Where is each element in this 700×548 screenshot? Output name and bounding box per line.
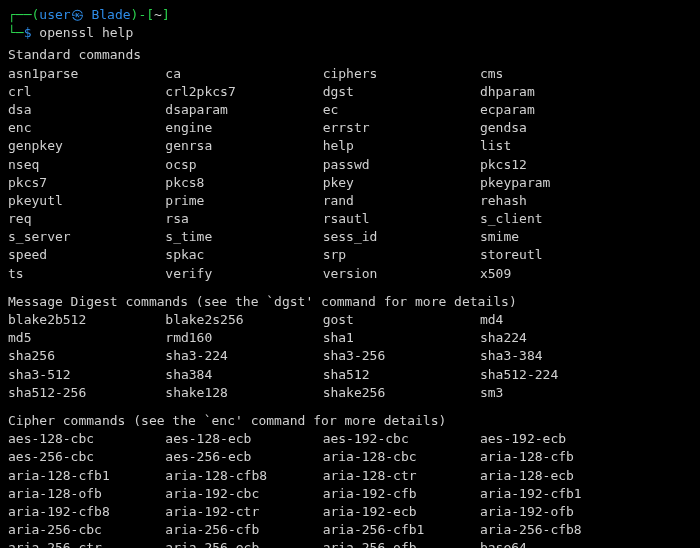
table-row: crlcrl2pkcs7dgstdhparam [8,83,692,101]
standard-cell: s_client [480,210,692,228]
table-row: aria-256-cbcaria-256-cfbaria-256-cfb1ari… [8,521,692,539]
standard-cell: spkac [165,246,322,264]
digest-cell: sha3-224 [165,347,322,365]
standard-cell: dgst [323,83,480,101]
cipher-cell: aria-256-cfb8 [480,521,692,539]
table-row: s_servers_timesess_idsmime [8,228,692,246]
standard-cell: help [323,137,480,155]
digest-cell: sha1 [323,329,480,347]
standard-cell: ca [165,65,322,83]
table-row: genpkeygenrsahelplist [8,137,692,155]
digest-cell: sha512 [323,366,480,384]
cipher-cell: aria-256-cfb1 [323,521,480,539]
cipher-cell: aria-128-cbc [323,448,480,466]
typed-command: openssl help [39,25,133,40]
cipher-cell: aria-256-ctr [8,539,165,548]
table-row: dsadsaparamececparam [8,101,692,119]
standard-cell: engine [165,119,322,137]
cipher-commands-table: aes-128-cbcaes-128-ecbaes-192-cbcaes-192… [8,430,692,548]
standard-cell: ciphers [323,65,480,83]
cipher-cell: aria-128-ofb [8,485,165,503]
table-row: pkcs7pkcs8pkeypkeyparam [8,174,692,192]
standard-cell: genpkey [8,137,165,155]
standard-commands-table: asn1parsecacipherscmscrlcrl2pkcs7dgstdhp… [8,65,692,283]
cipher-cell: aria-256-cfb [165,521,322,539]
digest-cell: gost [323,311,480,329]
table-row: encengineerrstrgendsa [8,119,692,137]
standard-cell: rsautl [323,210,480,228]
table-row: md5rmd160sha1sha224 [8,329,692,347]
standard-cell: pkcs12 [480,156,692,174]
digest-cell: shake128 [165,384,322,402]
cipher-cell: aria-192-ctr [165,503,322,521]
cipher-cell: aes-128-cbc [8,430,165,448]
standard-cell: errstr [323,119,480,137]
prompt-line-2[interactable]: └─$ openssl help [8,24,692,42]
table-row: sha256sha3-224sha3-256sha3-384 [8,347,692,365]
table-row: pkeyutlprimerandrehash [8,192,692,210]
cipher-cell: aes-192-ecb [480,430,692,448]
standard-cell: rehash [480,192,692,210]
standard-cell: nseq [8,156,165,174]
table-row: aes-128-cbcaes-128-ecbaes-192-cbcaes-192… [8,430,692,448]
cipher-cell: aes-128-ecb [165,430,322,448]
standard-cell: pkeyparam [480,174,692,192]
standard-cell: verify [165,265,322,283]
standard-cell: ts [8,265,165,283]
table-row: reqrsarsautls_client [8,210,692,228]
cipher-cell: aria-192-cfb1 [480,485,692,503]
standard-cell: ecparam [480,101,692,119]
table-row: blake2b512blake2s256gostmd4 [8,311,692,329]
digest-cell: sha512-224 [480,366,692,384]
standard-cell: s_server [8,228,165,246]
standard-cell: smime [480,228,692,246]
digest-cell: rmd160 [165,329,322,347]
standard-cell: pkey [323,174,480,192]
digest-cell: md4 [480,311,692,329]
table-row: tsverifyversionx509 [8,265,692,283]
table-row: aria-128-cfb1aria-128-cfb8aria-128-ctrar… [8,467,692,485]
standard-cell: crl [8,83,165,101]
table-row: aria-128-ofbaria-192-cbcaria-192-cfbaria… [8,485,692,503]
digest-cell: sha512-256 [8,384,165,402]
digest-cell: shake256 [323,384,480,402]
table-row: speedspkacsrpstoreutl [8,246,692,264]
cipher-cell: aria-128-cfb1 [8,467,165,485]
standard-cell: gendsa [480,119,692,137]
standard-cell: dsa [8,101,165,119]
standard-cell: storeutl [480,246,692,264]
standard-cell: crl2pkcs7 [165,83,322,101]
standard-cell: x509 [480,265,692,283]
table-row: sha512-256shake128shake256sm3 [8,384,692,402]
digest-cell: sha384 [165,366,322,384]
standard-cell: speed [8,246,165,264]
digest-cell: sm3 [480,384,692,402]
digest-cell: blake2s256 [165,311,322,329]
table-row: aria-192-cfb8aria-192-ctraria-192-ecbari… [8,503,692,521]
cipher-cell: aria-128-cfb [480,448,692,466]
cipher-cell: aes-256-ecb [165,448,322,466]
table-row: nseqocsppasswdpkcs12 [8,156,692,174]
cipher-cell: aria-192-cbc [165,485,322,503]
table-row: aes-256-cbcaes-256-ecbaria-128-cbcaria-1… [8,448,692,466]
standard-cell: req [8,210,165,228]
prompt-close-bracket: ] [162,7,170,22]
heading-standard-commands: Standard commands [8,46,692,64]
digest-cell: sha256 [8,347,165,365]
standard-cell: version [323,265,480,283]
cipher-cell: aes-192-cbc [323,430,480,448]
standard-cell: asn1parse [8,65,165,83]
cipher-cell: aria-192-ecb [323,503,480,521]
standard-cell: prime [165,192,322,210]
standard-cell: list [480,137,692,155]
digest-cell: sha3-384 [480,347,692,365]
cipher-cell: aria-192-cfb [323,485,480,503]
cipher-cell: aria-128-ctr [323,467,480,485]
standard-cell: dhparam [480,83,692,101]
cipher-cell: aes-256-cbc [8,448,165,466]
digest-cell: sha3-256 [323,347,480,365]
cipher-cell: aria-256-ecb [165,539,322,548]
cipher-cell: aria-256-cbc [8,521,165,539]
digest-cell: blake2b512 [8,311,165,329]
standard-cell: sess_id [323,228,480,246]
